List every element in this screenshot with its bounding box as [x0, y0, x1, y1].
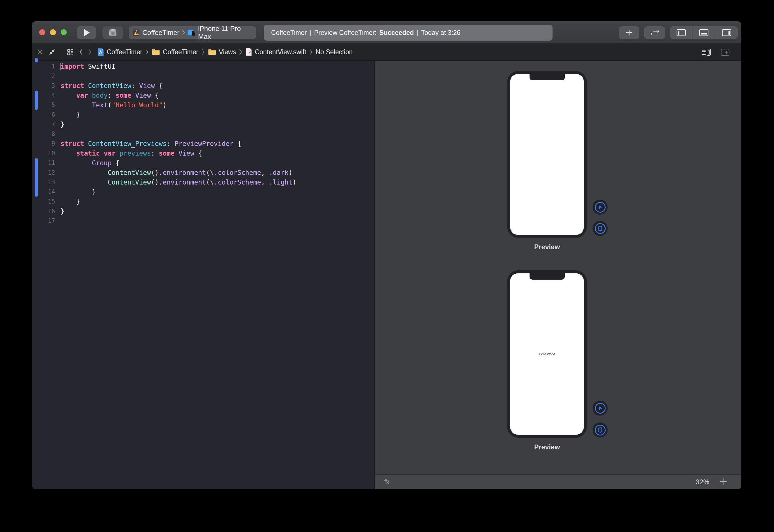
- code-text: static var previews: some View {: [55, 148, 202, 158]
- line-number[interactable]: 6: [32, 110, 55, 120]
- editor-swap-button[interactable]: [644, 26, 665, 39]
- code-line[interactable]: 12 ContentView().environment(\.colorSche…: [32, 168, 375, 177]
- code-text: ContentView().environment(\.colorScheme,…: [55, 168, 292, 177]
- live-preview-button[interactable]: [593, 200, 608, 215]
- play-icon: [84, 29, 90, 36]
- device-preview-frame[interactable]: Hello World: [507, 270, 587, 438]
- divider: [716, 48, 716, 56]
- toggle-inspector-button[interactable]: [715, 26, 738, 39]
- scheme-selector[interactable]: CoffeeTimer iPhone 11 Pro Max: [129, 26, 256, 39]
- change-bar: [35, 168, 38, 177]
- collapse-arrows-icon: [48, 48, 56, 56]
- line-number[interactable]: 16: [32, 206, 55, 216]
- editor-options-icon: [702, 48, 711, 56]
- code-line[interactable]: 1import SwiftUI: [32, 62, 375, 71]
- panel-toggle-group: [670, 26, 738, 39]
- preview-on-device-button[interactable]: [593, 422, 608, 437]
- divider: [62, 48, 62, 56]
- code-text: }: [55, 197, 80, 206]
- editor-options-button[interactable]: [702, 48, 711, 56]
- navigate-forward-button[interactable]: [88, 49, 92, 55]
- app-icon-coffeetimer: [133, 29, 140, 37]
- preview-label: Preview: [507, 443, 587, 451]
- breadcrumb-project[interactable]: CoffeeTimer: [97, 48, 142, 56]
- scheme-device-label: iPhone 11 Pro Max: [198, 25, 252, 41]
- chevron-left-icon: [79, 49, 83, 55]
- stop-icon: [109, 29, 116, 36]
- line-number[interactable]: 10: [32, 148, 55, 158]
- scheme-project-label: CoffeeTimer: [142, 29, 179, 37]
- folder-icon: [208, 49, 216, 55]
- breadcrumb-group-views[interactable]: Views: [208, 48, 236, 56]
- code-line[interactable]: 6 }: [32, 110, 375, 120]
- code-line[interactable]: 2: [32, 71, 375, 81]
- toggle-debug-area-button[interactable]: [693, 26, 715, 39]
- preview-label: Preview: [507, 243, 587, 251]
- line-number[interactable]: 15: [32, 197, 55, 206]
- code-line[interactable]: 5 Text("Hello World"): [32, 100, 375, 110]
- code-line[interactable]: 16}: [32, 206, 375, 216]
- preview-screen-text: Hello World: [539, 352, 555, 356]
- line-number[interactable]: 9: [32, 139, 55, 148]
- minimize-window-button[interactable]: [50, 29, 56, 35]
- change-bar: [35, 100, 38, 110]
- code-line[interactable]: 7}: [32, 120, 375, 129]
- code-line[interactable]: 13 ContentView().environment(\.colorSche…: [32, 177, 375, 187]
- line-number[interactable]: 17: [32, 216, 55, 226]
- code-text: ContentView().environment(\.colorScheme,…: [55, 177, 296, 187]
- iphone-destination-icon: [187, 29, 195, 36]
- library-button[interactable]: [619, 26, 639, 39]
- code-line[interactable]: 10 static var previews: some View {: [32, 148, 375, 158]
- line-number[interactable]: 8: [32, 129, 55, 139]
- breadcrumb-selection[interactable]: No Selection: [316, 48, 353, 56]
- device-preview-frame[interactable]: [507, 71, 587, 238]
- line-number[interactable]: 1: [32, 62, 55, 71]
- code-line[interactable]: 15 }: [32, 197, 375, 206]
- live-preview-button[interactable]: [593, 401, 608, 416]
- zoom-window-button[interactable]: [61, 29, 67, 35]
- code-line[interactable]: 11 Group {: [32, 158, 375, 168]
- device-notch: [530, 273, 565, 280]
- breadcrumb-file[interactable]: ContentView.swift: [245, 48, 306, 56]
- code-line[interactable]: 8: [32, 129, 375, 139]
- chevron-right-icon: [88, 49, 92, 55]
- change-bar: [35, 158, 38, 168]
- code-text: }: [55, 110, 80, 120]
- titlebar: CoffeeTimer iPhone 11 Pro Max CoffeeTime…: [32, 22, 741, 43]
- source-editor[interactable]: 1import SwiftUI23struct ContentView: Vie…: [32, 61, 375, 489]
- play-icon: [595, 403, 606, 414]
- code-line[interactable]: 3struct ContentView: View {: [32, 81, 375, 91]
- add-editor-icon: [721, 49, 730, 56]
- navigate-back-button[interactable]: [79, 49, 83, 55]
- code-line[interactable]: 9struct ContentView_Previews: PreviewPro…: [32, 139, 375, 148]
- close-editor-button[interactable]: [36, 49, 43, 55]
- line-number[interactable]: 7: [32, 120, 55, 129]
- line-number[interactable]: 2: [32, 71, 55, 81]
- toggle-navigator-button[interactable]: [670, 26, 693, 39]
- line-number[interactable]: 3: [32, 81, 55, 91]
- status-time: Today at 3:26: [421, 29, 461, 37]
- related-items-button[interactable]: [67, 49, 74, 56]
- device-notch: [530, 74, 565, 80]
- breadcrumb-chevron: [202, 49, 205, 55]
- zoom-in-button[interactable]: [719, 477, 727, 487]
- plus-icon: [625, 28, 633, 37]
- status-result: Succeeded: [379, 29, 414, 37]
- xcode-window: CoffeeTimer iPhone 11 Pro Max CoffeeTime…: [32, 21, 741, 489]
- preview-on-device-button[interactable]: [593, 221, 608, 236]
- breadcrumb-chevron: [309, 49, 313, 55]
- run-button[interactable]: [77, 26, 96, 39]
- stop-button[interactable]: [102, 26, 123, 39]
- code-line[interactable]: 14 }: [32, 187, 375, 197]
- device-preview-screen[interactable]: Hello World: [510, 273, 584, 435]
- device-preview-screen[interactable]: [510, 74, 584, 235]
- close-window-button[interactable]: [39, 29, 45, 35]
- pin-preview-button[interactable]: [383, 478, 392, 486]
- code-line[interactable]: 17: [32, 216, 375, 226]
- breadcrumb-group-coffeetimer[interactable]: CoffeeTimer: [152, 48, 198, 56]
- collapse-editor-button[interactable]: [48, 48, 56, 56]
- code-line[interactable]: 4 var body: some View {: [32, 91, 375, 100]
- add-editor-button[interactable]: [721, 49, 730, 56]
- pin-icon: [383, 478, 392, 486]
- code-text: }: [55, 120, 64, 129]
